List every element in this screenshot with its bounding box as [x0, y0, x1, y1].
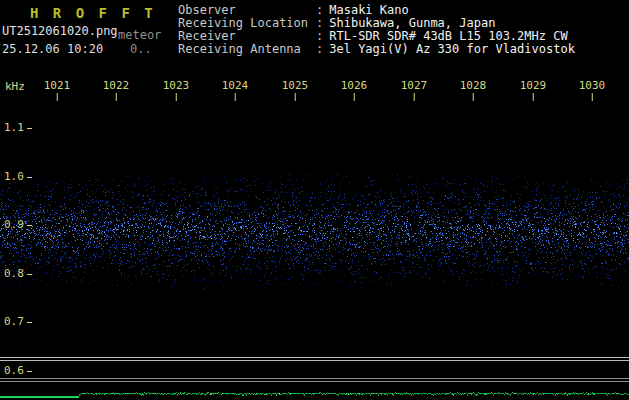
output-filename: UT2512061020.png — [2, 24, 118, 38]
time-tick: 1026 — [341, 80, 368, 101]
time-tick-label: 1026 — [341, 80, 368, 92]
datetime-label: 25.12.06 10:20 — [2, 42, 103, 56]
time-tick: 1028 — [460, 80, 487, 101]
time-tick-label: 1022 — [103, 80, 130, 92]
time-tick: 1027 — [401, 80, 428, 101]
info-value: 3el Yagi(V) Az 330 for Vladivostok — [329, 43, 575, 56]
y-axis-unit-label: kHz — [5, 80, 25, 93]
time-tick-label: 1028 — [460, 80, 487, 92]
time-tick-label: 1024 — [222, 80, 249, 92]
info-label: Receiving Antenna — [178, 43, 316, 56]
station-label: meteor — [118, 28, 161, 42]
time-tick: 1021 — [44, 80, 71, 101]
time-tick-label: 1027 — [401, 80, 428, 92]
time-tick-label: 1023 — [163, 80, 190, 92]
counter-label: 0.. — [130, 42, 152, 56]
level-scale-line — [0, 360, 629, 361]
station-info: Observer : Masaki Kano Receiving Locatio… — [178, 4, 575, 56]
spectrogram-canvas — [0, 100, 629, 400]
time-tick-label: 1021 — [44, 80, 71, 92]
time-tick-label: 1025 — [282, 80, 309, 92]
hrofft-output-screenshot: H R O F F T UT2512061020.png meteor 25.1… — [0, 0, 629, 400]
level-scale-line — [0, 381, 629, 382]
info-row-antenna: Receiving Antenna : 3el Yagi(V) Az 330 f… — [178, 43, 575, 56]
time-tick: 1023 — [163, 80, 190, 101]
level-scale-line — [0, 378, 629, 379]
time-tick: 1025 — [282, 80, 309, 101]
info-colon: : — [316, 43, 323, 56]
time-tick: 1024 — [222, 80, 249, 101]
time-tick: 1030 — [579, 80, 606, 101]
time-tick: 1029 — [520, 80, 547, 101]
time-tick-label: 1029 — [520, 80, 547, 92]
time-tick: 1022 — [103, 80, 130, 101]
app-title: H R O F F T — [30, 5, 156, 21]
level-scale-line — [0, 357, 629, 358]
time-tick-label: 1030 — [579, 80, 606, 92]
